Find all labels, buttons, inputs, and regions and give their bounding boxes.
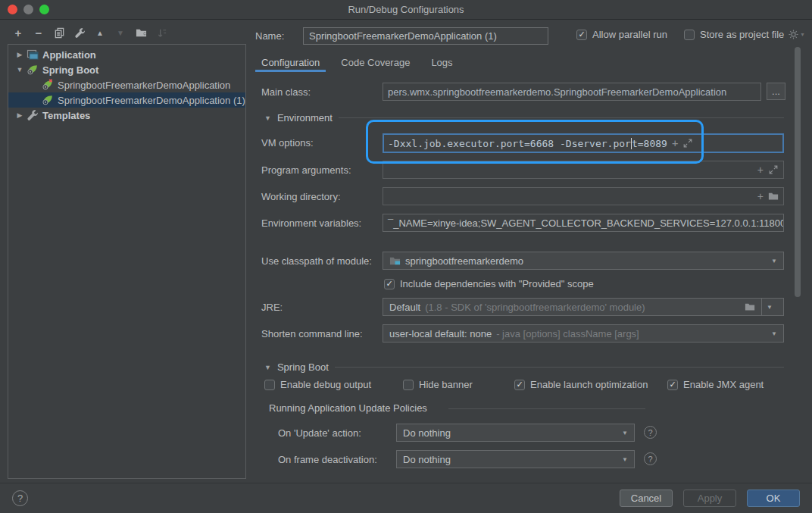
use-classpath-select[interactable]: springbootfreemarkerdemo ▼ bbox=[383, 252, 784, 270]
configuration-panel: Name: SpringbootFreemarkerDemoApplicatio… bbox=[255, 20, 812, 483]
name-value: SpringbootFreemarkerDemoApplication (1) bbox=[309, 30, 497, 42]
cancel-button[interactable]: Cancel bbox=[620, 490, 673, 507]
zoom-window-button[interactable] bbox=[39, 5, 49, 14]
chevron-right-icon[interactable]: ▶ bbox=[13, 111, 27, 119]
help-button[interactable]: ? bbox=[12, 490, 28, 506]
store-settings-gear-icon[interactable]: ▼ bbox=[788, 29, 805, 40]
chevron-right-icon[interactable]: ▶ bbox=[13, 51, 27, 58]
section-divider bbox=[335, 367, 784, 368]
vm-options-input[interactable]: -Dxxl.job.executor.port=6668 -Dserver.po… bbox=[383, 133, 784, 153]
program-arguments-label: Program arguments: bbox=[261, 164, 351, 176]
jre-value: Default bbox=[389, 302, 420, 313]
dropdown-arrow-icon: ▼ bbox=[771, 258, 777, 264]
move-down-icon[interactable]: ▼ bbox=[114, 27, 126, 39]
folder-browse-icon[interactable] bbox=[745, 302, 755, 312]
question-mark: ? bbox=[648, 455, 652, 464]
remove-configuration-icon[interactable]: − bbox=[33, 27, 45, 39]
move-up-icon[interactable]: ▲ bbox=[94, 27, 106, 39]
ellipsis-icon: ... bbox=[772, 86, 780, 97]
vm-options-value-after: t=8089 bbox=[632, 138, 667, 149]
tree-item-application[interactable]: ▶ Application bbox=[8, 47, 245, 62]
folder-browse-icon[interactable] bbox=[768, 191, 779, 202]
include-provided-label: Include dependencies with "Provided" sco… bbox=[400, 278, 594, 289]
configurations-toolbar: + − ▲ ▼ bbox=[12, 24, 167, 41]
spring-boot-icon bbox=[27, 64, 40, 76]
expand-field-icon[interactable] bbox=[682, 138, 693, 149]
tree-item-spring-boot[interactable]: ▼ Spring Boot bbox=[8, 62, 245, 77]
tab-code-coverage[interactable]: Code Coverage bbox=[335, 54, 416, 72]
window-title: Run/Debug Configurations bbox=[348, 4, 464, 15]
enable-jmx-agent-checkbox[interactable]: Enable JMX agent bbox=[667, 379, 764, 390]
tree-item-templates[interactable]: ▶ Templates bbox=[8, 108, 245, 123]
edit-templates-icon[interactable] bbox=[73, 27, 86, 39]
minimize-window-button[interactable] bbox=[23, 5, 33, 14]
add-macro-icon[interactable]: + bbox=[757, 164, 764, 176]
enable-debug-output-label: Enable debug output bbox=[280, 379, 371, 390]
tab-logs[interactable]: Logs bbox=[425, 54, 458, 72]
expand-field-icon[interactable] bbox=[768, 164, 779, 175]
dropdown-arrow-icon: ▼ bbox=[622, 430, 628, 436]
question-mark: ? bbox=[17, 493, 23, 504]
vm-options-label: VM options: bbox=[261, 137, 314, 149]
hide-banner-label: Hide banner bbox=[419, 379, 473, 390]
copy-configuration-icon[interactable] bbox=[53, 27, 65, 39]
help-circle-icon[interactable]: ? bbox=[644, 426, 657, 439]
tree-item-config-selected[interactable]: SpringbootFreemarkerDemoApplication (1) bbox=[8, 92, 245, 108]
jre-label: JRE: bbox=[261, 302, 283, 313]
configurations-tree: ▶ Application ▼ Spring Boot SpringbootFr… bbox=[8, 44, 246, 479]
checkbox-icon bbox=[576, 30, 587, 40]
shorten-command-line-select[interactable]: user-local default: none - java [options… bbox=[383, 324, 784, 343]
program-arguments-input[interactable]: + bbox=[383, 161, 784, 179]
sort-configurations-icon[interactable] bbox=[155, 27, 167, 39]
main-class-input[interactable]: pers.wmx.springbootfreemarkerdemo.Spring… bbox=[383, 83, 761, 101]
working-directory-label: Working directory: bbox=[261, 191, 341, 202]
enable-launch-optimization-checkbox[interactable]: Enable launch optimization bbox=[514, 379, 648, 390]
wrench-icon bbox=[27, 109, 40, 121]
dialog-footer: ? Cancel Apply OK bbox=[0, 483, 812, 513]
checkbox-icon bbox=[514, 380, 525, 390]
add-configuration-icon[interactable]: + bbox=[12, 27, 24, 39]
checkbox-icon bbox=[667, 380, 678, 390]
checkbox-icon bbox=[384, 279, 395, 289]
ok-button[interactable]: OK bbox=[747, 490, 800, 507]
close-window-button[interactable] bbox=[8, 5, 17, 14]
spring-boot-section-header[interactable]: ▼ Spring Boot bbox=[264, 361, 784, 373]
new-folder-icon[interactable] bbox=[135, 27, 147, 39]
use-classpath-value: springbootfreemarkerdemo bbox=[405, 255, 523, 267]
hide-banner-checkbox[interactable]: Hide banner bbox=[403, 379, 473, 390]
on-frame-deactivation-select[interactable]: Do nothing ▼ bbox=[396, 450, 635, 468]
jre-select[interactable]: Default (1.8 - SDK of 'springbootfreemar… bbox=[383, 298, 784, 316]
enable-launch-optimization-label: Enable launch optimization bbox=[530, 379, 648, 390]
on-update-action-label: On 'Update' action: bbox=[278, 427, 361, 439]
name-label: Name: bbox=[255, 30, 284, 42]
vertical-scrollbar[interactable] bbox=[795, 47, 801, 297]
enable-debug-output-checkbox[interactable]: Enable debug output bbox=[264, 379, 371, 390]
chevron-down-icon[interactable]: ▼ bbox=[13, 66, 27, 74]
main-class-value: pers.wmx.springbootfreemarkerdemo.Spring… bbox=[388, 86, 726, 98]
working-directory-input[interactable]: + bbox=[383, 187, 784, 205]
add-macro-icon[interactable]: + bbox=[757, 190, 764, 202]
environment-variables-label: Environment variables: bbox=[261, 217, 361, 229]
shorten-command-line-label: Shorten command line: bbox=[261, 328, 363, 339]
name-input[interactable]: SpringbootFreemarkerDemoApplication (1) bbox=[303, 27, 548, 45]
section-collapse-icon: ▼ bbox=[264, 364, 271, 371]
include-provided-checkbox[interactable]: Include dependencies with "Provided" sco… bbox=[384, 278, 594, 289]
apply-button[interactable]: Apply bbox=[683, 490, 736, 507]
use-classpath-label: Use classpath of module: bbox=[261, 255, 372, 267]
add-macro-icon[interactable]: + bbox=[672, 137, 678, 149]
environment-variables-input[interactable]: ¯_NAME=xinye-idea;SW_AGENT_COLLECTOR_BAC… bbox=[383, 214, 784, 232]
spring-boot-icon bbox=[42, 94, 55, 106]
help-circle-icon[interactable]: ? bbox=[644, 452, 657, 465]
environment-section-header[interactable]: ▼ Environment bbox=[264, 112, 784, 124]
allow-parallel-run-checkbox[interactable]: Allow parallel run bbox=[576, 29, 667, 40]
tree-item-config-broken[interactable]: SpringbootFreemarkerDemoApplication bbox=[8, 77, 245, 92]
module-folder-icon bbox=[389, 255, 401, 267]
main-class-label: Main class: bbox=[261, 86, 311, 98]
dropdown-arrow-icon[interactable]: ▼ bbox=[762, 304, 777, 311]
main-class-browse-button[interactable]: ... bbox=[767, 83, 785, 100]
store-as-project-file-checkbox[interactable]: Store as project file bbox=[684, 29, 784, 40]
tab-configuration[interactable]: Configuration bbox=[255, 54, 326, 72]
section-divider bbox=[339, 117, 784, 118]
application-icon bbox=[27, 48, 40, 61]
on-update-action-select[interactable]: Do nothing ▼ bbox=[396, 424, 635, 442]
